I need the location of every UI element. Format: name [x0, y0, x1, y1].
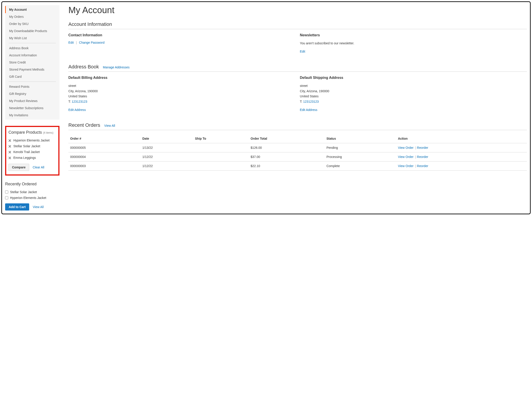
shipping-line1: street [300, 83, 527, 89]
compare-products-count: (4 items) [43, 131, 53, 134]
page-title: My Account [68, 5, 527, 15]
recently-ordered-checkbox[interactable] [5, 191, 8, 193]
table-cell-actions: View Order | Reorder [396, 143, 527, 152]
table-cell: 1/12/22 [141, 161, 193, 170]
manage-addresses-link[interactable]: Manage Addresses [103, 66, 130, 69]
action-separator: | [76, 41, 77, 44]
sidebar-item-reward-points[interactable]: Reward Points [5, 83, 59, 90]
sidebar-item-my-product-reviews[interactable]: My Product Reviews [5, 97, 59, 105]
clear-all-link[interactable]: Clear All [33, 165, 44, 169]
edit-billing-address-link[interactable]: Edit Address [68, 108, 86, 112]
add-to-cart-button[interactable]: Add to Cart [5, 203, 29, 211]
nav-separator [9, 43, 56, 43]
remove-compare-icon[interactable] [9, 139, 11, 142]
table-cell-actions: View Order | Reorder [396, 161, 527, 170]
newsletter-status: You aren't subscribed to our newsletter. [300, 41, 527, 46]
recent-orders-table: Order #DateShip ToOrder TotalStatusActio… [68, 134, 527, 171]
address-book-heading: Address Book Manage Addresses [68, 64, 527, 72]
recently-ordered-view-all-link[interactable]: View All [33, 205, 44, 209]
orders-column-header: Order # [68, 134, 141, 143]
compare-item: Hyperion Elements Jacket [9, 137, 56, 143]
sidebar-item-account-information[interactable]: Account Information [5, 52, 59, 59]
recently-ordered-item: Hyperion Elements Jacket [5, 195, 59, 201]
sidebar-item-my-account[interactable]: My Account [5, 6, 59, 13]
reorder-link[interactable]: Reorder [417, 146, 428, 149]
action-separator: | [414, 155, 417, 159]
sidebar-item-my-invitations[interactable]: My Invitations [5, 112, 59, 119]
sidebar-item-my-wish-list[interactable]: My Wish List [5, 35, 59, 42]
compare-button[interactable]: Compare [9, 164, 29, 171]
compare-item-label[interactable]: Kenobi Trail Jacket [13, 150, 40, 154]
account-info-heading-text: Account Information [68, 21, 112, 27]
table-cell: 000000005 [68, 143, 141, 152]
compare-item: Emma Leggings [9, 155, 56, 161]
view-order-link[interactable]: View Order [398, 146, 414, 149]
table-row: 0000000031/12/22$22.10CompleteView Order… [68, 161, 527, 170]
compare-item-label[interactable]: Hyperion Elements Jacket [13, 139, 50, 142]
table-cell: $22.10 [249, 161, 325, 170]
shipping-address-title: Default Shipping Address [300, 76, 527, 80]
edit-shipping-address-link[interactable]: Edit Address [300, 108, 318, 112]
table-cell: 000000004 [68, 152, 141, 161]
reorder-link[interactable]: Reorder [417, 164, 428, 168]
sidebar-item-gift-registry[interactable]: Gift Registry [5, 90, 59, 97]
sidebar-item-order-by-sku[interactable]: Order by SKU [5, 20, 59, 27]
edit-contact-link[interactable]: Edit [68, 41, 74, 44]
billing-phone-link[interactable]: 123123123 [72, 100, 87, 103]
compare-products-title-text: Compare Products [9, 130, 42, 135]
compare-products-title: Compare Products (4 items) [9, 130, 56, 135]
compare-item-label[interactable]: Emma Leggings [13, 156, 36, 160]
billing-line1: street [68, 83, 295, 89]
sidebar-item-gift-card[interactable]: Gift Card [5, 73, 59, 80]
sidebar-item-my-orders[interactable]: My Orders [5, 13, 59, 20]
billing-address-box: Default Billing Address street City, Ari… [68, 76, 295, 112]
remove-compare-icon[interactable] [9, 151, 11, 153]
recently-ordered-item-label[interactable]: Hyperion Elements Jacket [10, 196, 46, 200]
sidebar-item-newsletter-subscriptions[interactable]: Newsletter Subscriptions [5, 105, 59, 112]
table-cell: 000000003 [68, 161, 141, 170]
sidebar-item-store-credit[interactable]: Store Credit [5, 59, 59, 66]
remove-compare-icon[interactable] [9, 145, 11, 147]
recent-orders-heading: Recent Orders View All [68, 122, 527, 130]
action-separator: | [414, 146, 417, 149]
action-separator: | [414, 164, 417, 168]
orders-column-header: Action [396, 134, 527, 143]
account-nav: My AccountMy OrdersOrder by SKUMy Downlo… [5, 5, 59, 120]
table-cell: 1/13/22 [141, 143, 193, 152]
sidebar-item-my-downloadable-products[interactable]: My Downloadable Products [5, 27, 59, 35]
recently-ordered-item: Stellar Solar Jacket [5, 189, 59, 195]
sidebar-item-stored-payment-methods[interactable]: Stored Payment Methods [5, 66, 59, 73]
change-password-link[interactable]: Change Password [79, 41, 104, 44]
remove-compare-icon[interactable] [9, 156, 11, 159]
table-cell: Complete [325, 161, 396, 170]
contact-info-title: Contact Information [68, 33, 295, 37]
shipping-phone-prefix: T: [300, 100, 303, 103]
reorder-link[interactable]: Reorder [417, 155, 428, 159]
recent-orders-heading-text: Recent Orders [68, 122, 100, 128]
contact-info-box: Contact Information Edit | Change Passwo… [68, 33, 295, 53]
recently-ordered-checkbox[interactable] [5, 196, 8, 199]
table-cell: $37.00 [249, 152, 325, 161]
orders-column-header: Date [141, 134, 193, 143]
recent-orders-view-all-link[interactable]: View All [104, 124, 115, 127]
recently-ordered-item-label[interactable]: Stellar Solar Jacket [10, 190, 37, 194]
orders-column-header: Order Total [249, 134, 325, 143]
table-cell: Processing [325, 152, 396, 161]
table-cell [193, 161, 249, 170]
edit-newsletter-link[interactable]: Edit [300, 50, 305, 53]
shipping-line2: City, Arizona, 190000 [300, 89, 527, 94]
table-cell [193, 143, 249, 152]
address-book-heading-text: Address Book [68, 64, 99, 70]
table-row: 0000000051/13/22$126.00PendingView Order… [68, 143, 527, 152]
compare-item: Stellar Solar Jacket [9, 143, 56, 149]
table-cell-actions: View Order | Reorder [396, 152, 527, 161]
table-cell [193, 152, 249, 161]
table-row: 0000000041/12/22$37.00ProcessingView Ord… [68, 152, 527, 161]
view-order-link[interactable]: View Order [398, 164, 414, 168]
billing-line3: United States [68, 94, 295, 99]
shipping-phone-link[interactable]: 123123123 [303, 100, 319, 103]
compare-item-label[interactable]: Stellar Solar Jacket [13, 144, 40, 148]
billing-line2: City, Arizona, 190000 [68, 89, 295, 94]
view-order-link[interactable]: View Order [398, 155, 414, 159]
sidebar-item-address-book[interactable]: Address Book [5, 45, 59, 52]
